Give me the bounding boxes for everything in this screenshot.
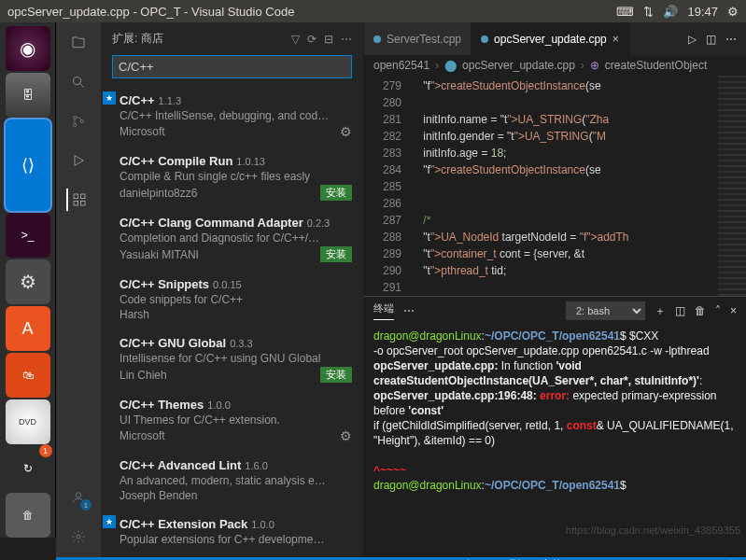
cpp-icon <box>481 35 488 43</box>
minimap[interactable] <box>718 76 746 296</box>
launcher-settings[interactable]: ⚙ <box>6 259 50 304</box>
new-terminal-icon[interactable]: ＋ <box>655 303 666 319</box>
tab-opcserver-update[interactable]: opcServer_update.cpp× <box>472 22 629 55</box>
extension-search-input[interactable] <box>112 55 352 78</box>
cpp-icon <box>373 35 381 43</box>
search-icon[interactable] <box>67 71 90 93</box>
terminal-selector[interactable]: 2: bash <box>566 301 645 320</box>
launcher-files[interactable]: 🗄 <box>6 73 50 118</box>
extensions-icon[interactable] <box>66 189 89 211</box>
extension-item[interactable]: ★C/C++1.1.3C/C++ IntelliSense, debugging… <box>101 86 363 147</box>
chevron-up-icon[interactable]: ˄ <box>715 304 721 317</box>
launcher-software[interactable]: A <box>6 306 50 351</box>
code-editor[interactable]: 279280281282283284285286287288289290291 … <box>364 76 746 296</box>
refresh-icon[interactable]: ⟳ <box>307 33 317 46</box>
ubuntu-launcher: ◉ 🗄 ⟨⟩ >_ ⚙ A 🛍 DVD 1↻ 🗑 <box>0 22 56 538</box>
more-icon[interactable]: ⋯ <box>341 33 352 46</box>
terminal-tab[interactable]: 终端 <box>373 301 394 320</box>
extensions-sidebar: 扩展: 商店 ▽ ⟳ ⊟ ⋯ ★C/C++1.1.3C/C++ IntelliS… <box>101 22 364 557</box>
extension-list[interactable]: ★C/C++1.1.3C/C++ IntelliSense, debugging… <box>101 86 363 557</box>
extension-item[interactable]: ★C/C++ Extension Pack1.0.0Popular extens… <box>101 510 363 555</box>
terminal-output[interactable]: dragon@dragonLinux:~/OPC/OPC_T/open62541… <box>364 325 746 557</box>
close-icon[interactable]: × <box>612 33 619 46</box>
extension-item[interactable]: C/C++ Snippets0.0.15Code snippets for C/… <box>101 270 363 329</box>
settings-icon[interactable]: ⚙ <box>727 5 739 19</box>
close-icon[interactable]: × <box>730 304 737 317</box>
system-tray: ⌨ ⇅ 🔊 19:47 ⚙ <box>616 5 739 19</box>
gear-icon[interactable] <box>67 525 90 548</box>
launcher-terminal[interactable]: >_ <box>6 213 50 258</box>
svg-point-0 <box>74 77 81 85</box>
install-button[interactable]: 安装 <box>320 185 352 201</box>
launcher-trash[interactable]: 🗑 <box>6 493 50 538</box>
debug-icon[interactable] <box>67 149 90 172</box>
more-icon[interactable]: ⋯ <box>725 33 737 46</box>
svg-point-8 <box>76 493 80 497</box>
editor-tabs: ServerTest.cpp opcServer_update.cpp× ▷ ◫… <box>364 22 746 55</box>
scm-icon[interactable] <box>67 110 90 133</box>
gear-icon[interactable]: ⚙ <box>340 428 352 443</box>
gear-icon[interactable]: ⚙ <box>340 124 352 139</box>
terminal-panel: 终端 ⋯ 2: bash ＋ ◫ 🗑 ˄ × dragon@dragonLinu… <box>364 296 746 557</box>
extension-item[interactable]: C/C++ Advanced Lint1.6.0An advanced, mod… <box>101 451 363 510</box>
launcher-store[interactable]: 🛍 <box>6 353 50 398</box>
breadcrumb[interactable]: open62541› ⬤opcServer_update.cpp› ⊕creat… <box>364 55 746 76</box>
launcher-dvd[interactable]: DVD <box>6 399 50 444</box>
extension-item[interactable]: C/C++ Themes1.0.0UI Themes for C/C++ ext… <box>101 390 363 451</box>
trash-icon[interactable]: 🗑 <box>695 304 706 317</box>
sidebar-title: 扩展: 商店 <box>112 31 284 47</box>
svg-point-3 <box>80 119 83 122</box>
svg-rect-4 <box>74 194 78 199</box>
extension-item[interactable]: C/C++ GNU Global0.3.3Intellisense for C/… <box>101 329 363 390</box>
account-icon[interactable]: 1 <box>67 486 90 509</box>
svg-rect-7 <box>80 201 85 205</box>
keyboard-icon[interactable]: ⌨ <box>616 5 634 19</box>
volume-icon[interactable]: 🔊 <box>663 5 678 19</box>
svg-rect-5 <box>80 194 85 199</box>
window-title: opcServer_update.cpp - OPC_T - Visual St… <box>7 5 616 19</box>
split-terminal-icon[interactable]: ◫ <box>675 304 685 317</box>
clock[interactable]: 19:47 <box>687 5 718 19</box>
network-icon[interactable]: ⇅ <box>643 5 654 19</box>
svg-point-9 <box>77 535 80 539</box>
launcher-dash[interactable]: ◉ <box>6 26 50 71</box>
system-topbar: opcServer_update.cpp - OPC_T - Visual St… <box>0 0 746 22</box>
explorer-icon[interactable] <box>67 32 90 54</box>
watermark: https://blog.csdn.net/weixin_43859355 <box>566 525 740 536</box>
extension-item[interactable]: C/C++ Compile Run1.0.13Compile & Run sin… <box>101 147 363 208</box>
account-badge: 1 <box>80 499 91 511</box>
svg-point-2 <box>73 123 76 126</box>
line-gutter: 279280281282283284285286287288289290291 <box>364 76 411 296</box>
svg-rect-6 <box>74 201 78 205</box>
tab-servertest[interactable]: ServerTest.cpp <box>364 22 472 55</box>
filter-icon[interactable]: ▽ <box>291 33 300 46</box>
clear-icon[interactable]: ⊟ <box>324 33 333 46</box>
star-icon: ★ <box>103 515 116 528</box>
code-lines[interactable]: "f">createStudentObjectInstance(se initI… <box>411 76 718 296</box>
star-icon: ★ <box>103 91 116 105</box>
install-button[interactable]: 安装 <box>320 246 352 262</box>
launcher-updater[interactable]: 1↻ <box>6 446 50 491</box>
run-icon[interactable]: ▷ <box>688 33 697 46</box>
extension-item[interactable]: C/C++ Clang Command Adapter0.2.3Completi… <box>101 208 363 270</box>
install-button[interactable]: 安装 <box>320 367 352 383</box>
launcher-vscode[interactable]: ⟨⟩ <box>6 119 50 211</box>
split-icon[interactable]: ◫ <box>706 33 716 46</box>
svg-point-1 <box>73 116 76 119</box>
more-icon[interactable]: ⋯ <box>403 304 415 317</box>
activity-bar: 1 <box>56 22 101 557</box>
